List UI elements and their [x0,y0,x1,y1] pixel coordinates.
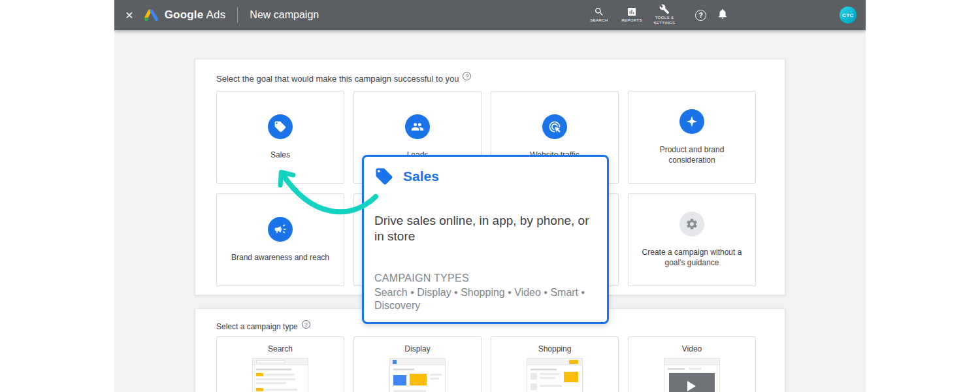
search-button[interactable]: SEARCH [583,7,615,24]
logo-ads: Ads [206,8,225,21]
bell-icon [717,8,728,20]
type-card-label: Video [682,344,702,353]
ads-click-icon [542,114,567,139]
goal-card-label: Sales [270,150,290,161]
sparkle-icon [679,109,704,134]
topbar: × GoogleAds New campaign SEARCH REPORTS [114,0,866,30]
campaign-type-grid: Search Display [216,336,764,392]
popup-header: Sales [374,167,598,186]
google-ads-logo[interactable]: GoogleAds [144,8,226,22]
goal-card-brand-awareness[interactable]: Brand awareness and reach [216,193,344,286]
type-help-icon[interactable]: ? [302,320,310,329]
search-thumbnail [252,358,308,392]
tools-icon [659,4,670,14]
google-ads-logo-icon [144,8,159,22]
type-card-label: Display [404,344,430,353]
help-button[interactable]: ? [695,10,706,21]
display-thumbnail [389,358,446,392]
goal-card-no-goal[interactable]: Create a campaign without a goal's guida… [628,193,756,286]
topbar-actions: SEARCH REPORTS TOOLS & SETTINGS ? CTC [583,4,866,26]
play-icon [687,381,696,391]
shopping-thumbnail [527,358,583,392]
google-ads-window: × GoogleAds New campaign SEARCH REPORTS [114,0,866,392]
type-card-video[interactable]: Video [628,336,756,392]
goal-card-product-brand-consideration[interactable]: Product and brand consideration [628,91,756,184]
tag-icon [268,114,293,139]
goal-card-label: Product and brand consideration [636,145,748,165]
popup-campaign-types-list: Search • Display • Shopping • Video • Sm… [374,286,598,312]
logo-text: GoogleAds [165,8,226,22]
people-icon [405,114,430,139]
type-card-label: Shopping [538,344,572,353]
notifications-button[interactable] [717,8,728,22]
goal-section-heading: Select the goal that would make this cam… [216,74,764,84]
topbar-divider [237,7,238,23]
search-icon [594,7,604,17]
type-card-shopping[interactable]: Shopping [491,336,619,392]
close-icon[interactable]: × [125,8,133,22]
reports-label: REPORTS [621,18,642,24]
megaphone-icon [268,217,293,242]
tools-settings-button[interactable]: TOOLS & SETTINGS [648,4,681,26]
popup-description: Drive sales online, in app, by phone, or… [374,213,598,245]
page-title: New campaign [250,9,319,21]
account-avatar[interactable]: CTC [840,7,857,24]
reports-icon [627,7,637,17]
type-card-display[interactable]: Display [353,336,482,392]
goal-card-sales[interactable]: Sales [216,91,344,184]
popup-campaign-types-label: CAMPAIGN TYPES [374,272,598,284]
goal-heading-text: Select the goal that would make this cam… [216,74,459,84]
tag-icon [374,167,394,186]
type-heading-text: Select a campaign type [216,322,298,331]
tools-settings-label: TOOLS & SETTINGS [651,16,678,26]
sales-goal-popup: Sales Drive sales online, in app, by pho… [362,155,609,324]
goal-card-label: Create a campaign without a goal's guida… [636,248,748,268]
gear-icon [679,212,704,237]
video-thumbnail [664,358,720,392]
reports-button[interactable]: REPORTS [615,7,648,24]
goal-help-icon[interactable]: ? [463,72,471,80]
goal-card-label: Brand awareness and reach [231,253,329,263]
search-label: SEARCH [590,18,608,24]
logo-google: Google [165,8,204,21]
popup-title: Sales [403,169,439,184]
type-card-search[interactable]: Search [216,336,344,392]
video-player-mock [669,373,715,392]
type-card-label: Search [268,344,293,353]
